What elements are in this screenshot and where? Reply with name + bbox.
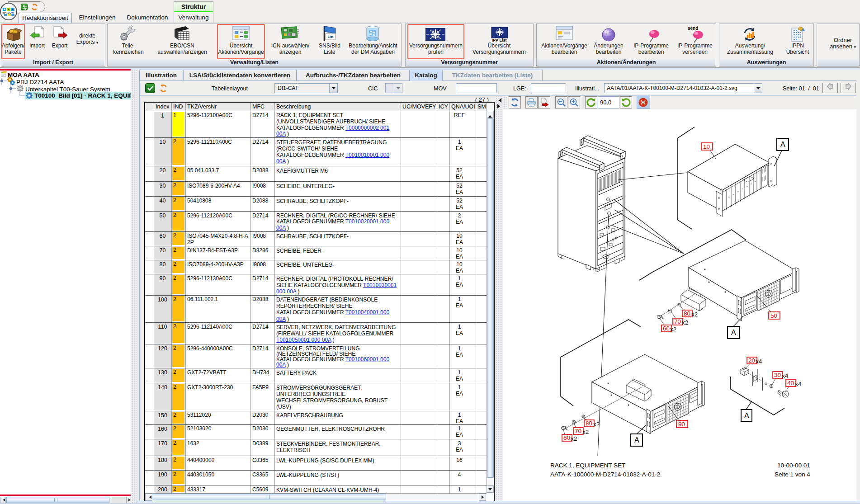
svg-text:70: 70: [674, 318, 681, 325]
svg-text:x4: x4: [795, 381, 802, 387]
svg-text:A: A: [744, 412, 749, 419]
svg-text:x2: x2: [582, 429, 589, 435]
svg-text:30: 30: [774, 372, 781, 378]
svg-text:60: 60: [663, 325, 670, 332]
svg-text:IPP List: IPP List: [492, 38, 507, 42]
svg-text:70: 70: [575, 428, 581, 434]
svg-text:A: A: [634, 436, 639, 444]
svg-text:80: 80: [586, 420, 592, 427]
svg-text:10: 10: [703, 143, 710, 150]
svg-text:x2: x2: [691, 311, 698, 318]
svg-text:Seite 1 von 4: Seite 1 von 4: [775, 471, 810, 478]
svg-text:80: 80: [684, 310, 690, 317]
svg-text:60: 60: [563, 434, 570, 441]
svg-text:List: List: [328, 35, 334, 38]
svg-text:A: A: [780, 141, 785, 148]
svg-text:x4: x4: [782, 372, 789, 379]
svg-text:x2: x2: [670, 326, 676, 333]
svg-text:x2: x2: [682, 319, 688, 326]
svg-text:x2: x2: [593, 421, 600, 428]
svg-text:x4: x4: [756, 358, 762, 365]
svg-text:90: 90: [678, 421, 685, 428]
svg-text:RACK 1, EQUIPMENT SET: RACK 1, EQUIPMENT SET: [550, 462, 625, 469]
svg-text:40: 40: [787, 380, 794, 386]
svg-text:MATCONF: MATCONF: [2, 11, 15, 14]
svg-text:10-00-00 01: 10-00-00 01: [777, 462, 810, 469]
svg-text:20: 20: [748, 357, 755, 364]
svg-text:x2: x2: [571, 435, 577, 442]
svg-text:AATA-K-100000-M-D2714-01032-A-: AATA-K-100000-M-D2714-01032-A-01-2: [550, 471, 660, 478]
svg-text:A: A: [731, 329, 736, 336]
svg-text:50: 50: [770, 312, 777, 319]
